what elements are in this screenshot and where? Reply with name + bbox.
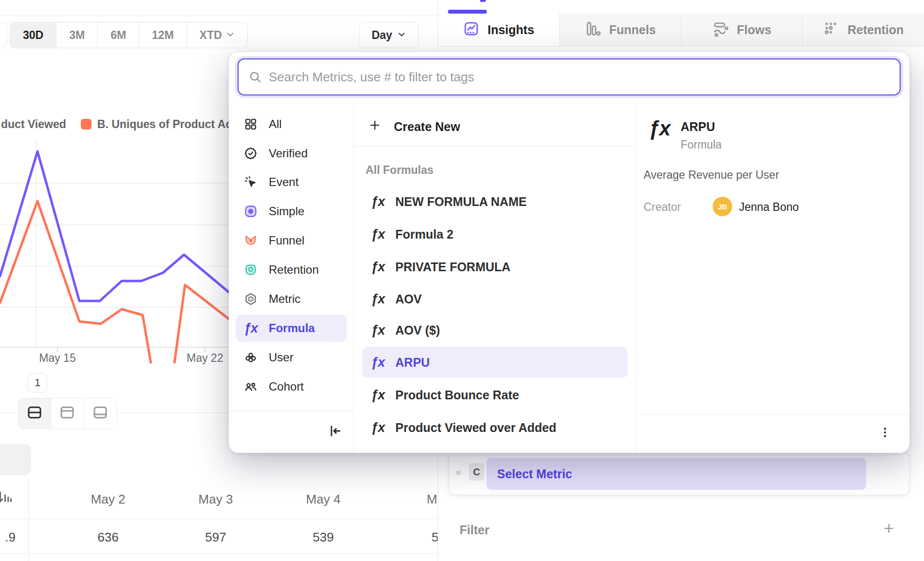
retention-icon bbox=[243, 262, 258, 277]
table-cell-value: 636 bbox=[74, 527, 142, 547]
formula-fx-icon: ƒx bbox=[371, 260, 385, 275]
time-range-6m[interactable]: 6M bbox=[98, 22, 139, 48]
layout-chart-only-button[interactable] bbox=[51, 398, 84, 429]
pagination-badge[interactable]: 1 bbox=[28, 373, 47, 393]
formula-fx-icon: ƒx bbox=[371, 355, 385, 370]
layout-table-only-button[interactable] bbox=[84, 398, 116, 429]
formula-item-product-viewed-over-added[interactable]: ƒxProduct Viewed over Added bbox=[362, 413, 628, 442]
sort-desc-icon[interactable] bbox=[0, 489, 13, 507]
tab-retention[interactable]: Retention bbox=[803, 14, 924, 46]
add-filter-button[interactable] bbox=[883, 522, 895, 537]
line-chart bbox=[0, 134, 229, 363]
report-type-tabs: InsightsFunnelsFlowsRetention bbox=[438, 14, 924, 47]
time-range-3m[interactable]: 3M bbox=[56, 22, 98, 48]
simple-icon bbox=[243, 204, 258, 219]
detail-metric-type: Formula bbox=[681, 138, 721, 151]
time-range-30d[interactable]: 30D bbox=[10, 22, 56, 48]
layout-top-icon bbox=[58, 405, 76, 422]
formula-item-aov[interactable]: ƒxAOV bbox=[362, 285, 628, 313]
sidebar-item-label: Formula bbox=[269, 321, 315, 335]
sidebar-item-label: Metric bbox=[269, 292, 300, 306]
sidebar-item-label: Cohort bbox=[269, 380, 304, 393]
formula-item-label: Formula 2 bbox=[395, 227, 453, 242]
legend-item[interactable]: B. Uniques of Product Add bbox=[81, 118, 240, 131]
formula-item-private-formula[interactable]: ƒxPRIVATE FORMULA bbox=[362, 253, 628, 281]
detail-description: Average Revenue per User bbox=[644, 168, 779, 182]
select-metric-button[interactable]: Select Metric bbox=[486, 458, 866, 490]
drag-handle-icon[interactable] bbox=[454, 468, 464, 480]
tab-label: Insights bbox=[487, 23, 534, 37]
sidebar-item-verified[interactable]: Verified bbox=[236, 140, 347, 167]
formula-item-label: Product Viewed over Added bbox=[395, 421, 556, 435]
collapse-sidebar-button[interactable] bbox=[324, 420, 347, 442]
sidebar-item-label: All bbox=[269, 117, 282, 131]
detail-footer-divider bbox=[636, 414, 909, 414]
time-range-button-partial[interactable] bbox=[0, 22, 7, 48]
formula-item-new-formula-name[interactable]: ƒxNEW FORMULA NAME bbox=[362, 187, 628, 216]
table-column-header: May bbox=[405, 489, 438, 509]
formula-fx-icon: ƒx bbox=[371, 292, 385, 307]
layout-split-button[interactable] bbox=[18, 398, 51, 429]
grid-icon bbox=[243, 117, 258, 131]
creator-name: Jenna Bono bbox=[739, 201, 799, 214]
sidebar-item-funnel[interactable]: Funnel bbox=[236, 227, 347, 254]
sidebar-item-label: User bbox=[269, 351, 294, 364]
table-corner-tab[interactable] bbox=[0, 444, 31, 475]
legend-label: duct Viewed bbox=[1, 118, 66, 131]
formula-item-label: ARPU bbox=[395, 355, 430, 370]
formula-item-label: Product Bounce Rate bbox=[395, 388, 519, 402]
tab-funnels[interactable]: Funnels bbox=[560, 14, 682, 46]
create-new-button[interactable]: Create New bbox=[369, 113, 460, 140]
sidebar-item-retention[interactable]: Retention bbox=[236, 256, 347, 283]
search-input[interactable] bbox=[238, 58, 901, 95]
x-axis-label: May 22 bbox=[178, 352, 232, 365]
granularity-dropdown[interactable]: Day bbox=[359, 22, 419, 48]
insights-icon bbox=[463, 20, 480, 40]
formula-item-arpu[interactable]: ƒxARPU bbox=[362, 347, 628, 378]
sidebar-item-metric[interactable]: Metric bbox=[236, 285, 347, 313]
funnel-icon bbox=[243, 233, 258, 248]
legend-item[interactable]: duct Viewed bbox=[1, 118, 66, 131]
formula-item-aov-[interactable]: ƒxAOV ($) bbox=[362, 316, 628, 344]
sidebar-item-user[interactable]: User bbox=[236, 344, 347, 371]
chevron-down-icon bbox=[226, 29, 235, 42]
sidebar-footer-divider bbox=[229, 411, 354, 411]
avatar: JB bbox=[713, 197, 732, 216]
formula-list-column: Create New All Formulas ƒxNEW FORMULA NA… bbox=[354, 106, 636, 453]
create-new-label: Create New bbox=[394, 120, 460, 134]
time-range-12m[interactable]: 12M bbox=[139, 22, 187, 48]
sidebar-item-formula[interactable]: ƒxFormula bbox=[236, 315, 347, 342]
formula-item-formula-2[interactable]: ƒxFormula 2 bbox=[362, 220, 628, 248]
cropped-icon-fragment bbox=[480, 0, 486, 2]
table-row-stub: .9 bbox=[0, 527, 16, 547]
sidebar-item-cohort[interactable]: Cohort bbox=[236, 373, 347, 400]
sidebar-item-simple[interactable]: Simple bbox=[236, 198, 347, 225]
metric-series-badge: C bbox=[469, 463, 484, 481]
event-cursor-icon bbox=[243, 175, 258, 189]
time-range-xtd-dropdown[interactable]: XTD bbox=[187, 22, 248, 48]
sidebar-item-label: Verified bbox=[269, 147, 308, 160]
chevron-down-icon bbox=[397, 29, 406, 42]
formula-item-label: AOV ($) bbox=[395, 323, 440, 337]
formula-fx-icon: ƒx bbox=[371, 227, 385, 242]
layout-bottom-icon bbox=[92, 405, 109, 422]
sidebar-item-label: Simple bbox=[269, 205, 304, 218]
metric-picker-modal: AllVerifiedEventSimpleFunnelRetentionMet… bbox=[229, 52, 909, 453]
formula-fx-icon: ƒx bbox=[648, 117, 670, 140]
table-column-header: May 4 bbox=[289, 489, 357, 509]
sidebar-item-all[interactable]: All bbox=[236, 111, 347, 138]
legend-swatch bbox=[81, 119, 92, 130]
layout-split-icon bbox=[26, 405, 43, 422]
metric-row-card: C Select Metric bbox=[449, 452, 909, 495]
metric-detail-panel: ƒx ARPU Formula Average Revenue per User… bbox=[636, 106, 909, 453]
sidebar-item-event[interactable]: Event bbox=[236, 168, 347, 196]
formula-item-label: NEW FORMULA NAME bbox=[395, 195, 527, 209]
top-divider bbox=[0, 16, 438, 16]
chart-legend: duct ViewedB. Uniques of Product Add bbox=[1, 117, 240, 131]
tab-insights[interactable]: Insights bbox=[438, 14, 560, 46]
more-options-kebab-icon[interactable] bbox=[875, 422, 895, 443]
tab-flows[interactable]: Flows bbox=[682, 14, 803, 46]
retention-tab-icon bbox=[823, 20, 840, 40]
legend-label: B. Uniques of Product Add bbox=[97, 118, 240, 131]
formula-item-product-bounce-rate[interactable]: ƒxProduct Bounce Rate bbox=[362, 381, 628, 409]
